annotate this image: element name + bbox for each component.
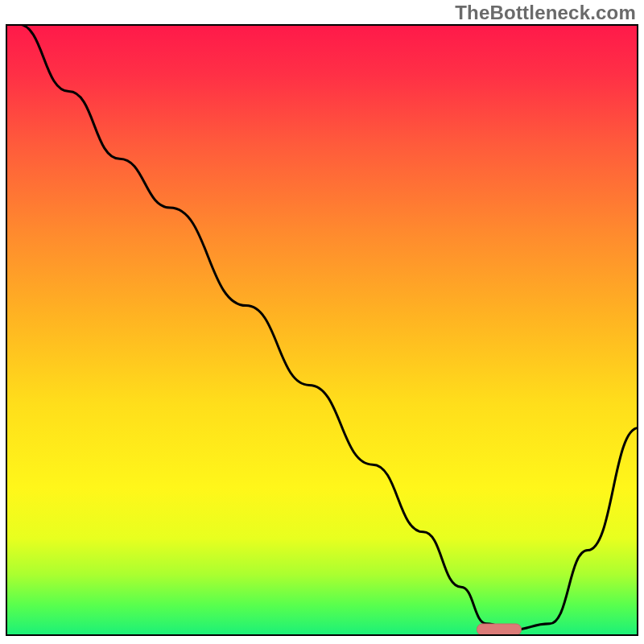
curve-path <box>19 24 638 630</box>
curve-line <box>6 24 638 636</box>
chart-container: TheBottleneck.com <box>0 0 644 644</box>
watermark-label: TheBottleneck.com <box>455 2 636 24</box>
plot-area <box>6 24 638 636</box>
optimum-marker <box>477 624 522 636</box>
